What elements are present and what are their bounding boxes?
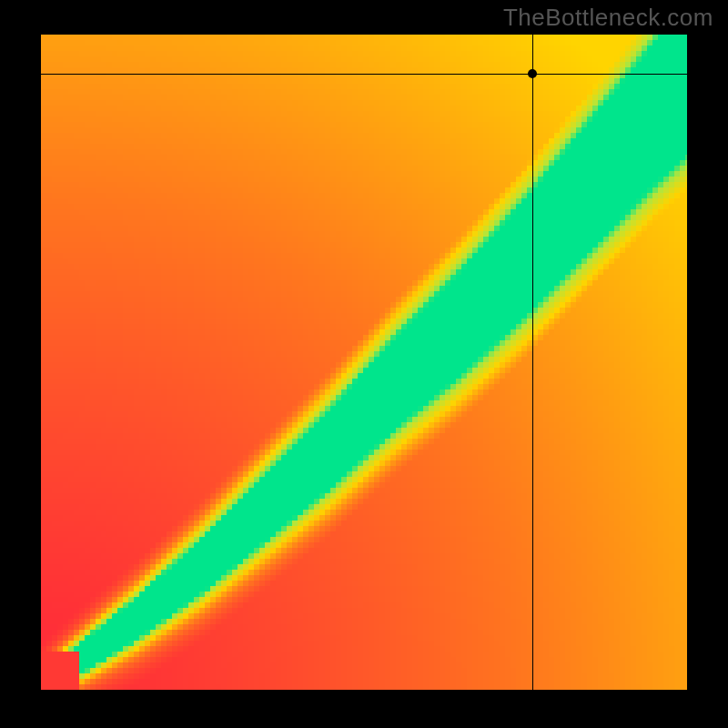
crosshair-vertical [532, 35, 533, 690]
heatmap-canvas [41, 35, 687, 690]
heatmap-plot [41, 35, 687, 690]
crosshair-horizontal [41, 74, 687, 75]
watermark-text: TheBottleneck.com [503, 4, 713, 32]
chart-frame: TheBottleneck.com [0, 0, 728, 728]
